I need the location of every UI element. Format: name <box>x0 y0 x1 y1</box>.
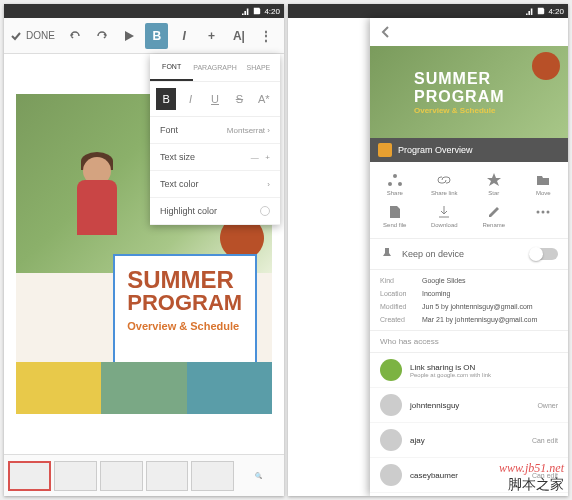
watermark-text: 脚本之家 <box>508 476 564 494</box>
slide-title-1: SUMMER <box>127 268 242 292</box>
textsize-row[interactable]: Text size— + <box>150 144 280 171</box>
svg-point-1 <box>542 211 545 214</box>
fmt-strike[interactable]: S <box>229 88 249 110</box>
avatar <box>380 429 402 451</box>
fmt-italic[interactable]: I <box>180 88 200 110</box>
format-panel: FONT PARAGRAPH SHAPE B I U S A* FontMont… <box>150 54 280 225</box>
slide-subtitle: Overview & Schedule <box>127 320 242 332</box>
move-button[interactable]: Move <box>519 168 569 200</box>
play-icon[interactable] <box>118 23 141 49</box>
bold-button[interactable]: B <box>145 23 168 49</box>
share-button[interactable]: Share <box>370 168 420 200</box>
actions-grid: Share Share link Star Move Send file Dow… <box>370 162 568 239</box>
access-header: Who has access <box>370 331 568 353</box>
selected-textbox[interactable]: SUMMER PROGRAM Overview & Schedule <box>113 254 256 369</box>
send-file-button[interactable]: Send file <box>370 200 420 232</box>
download-button[interactable]: Download <box>420 200 470 232</box>
rename-button[interactable]: Rename <box>469 200 519 232</box>
undo-icon[interactable] <box>63 23 86 49</box>
details-screen: GROW WIT 📙 Become a CSA Member p chool B… <box>288 4 568 496</box>
fmt-underline[interactable]: U <box>205 88 225 110</box>
slide-footer-bars <box>16 362 272 414</box>
details-drawer: SUMMER PROGRAM Overview & Schedule Progr… <box>370 18 568 496</box>
svg-point-2 <box>547 211 550 214</box>
italic-button[interactable]: I <box>172 23 195 49</box>
status-time: 4:20 <box>548 7 564 16</box>
badge-icon <box>532 52 560 80</box>
thumbnail-4[interactable] <box>146 461 189 491</box>
doc-title-row: Program Overview <box>370 138 568 162</box>
person-row[interactable]: johntennisguyOwner <box>370 388 568 423</box>
hero-subtitle: Overview & Schedule <box>414 106 505 115</box>
slides-icon <box>378 143 392 157</box>
link-sharing-row[interactable]: Link sharing is ONPeople at google.com w… <box>370 353 568 388</box>
keep-toggle[interactable] <box>530 248 558 260</box>
share-link-button[interactable]: Share link <box>420 168 470 200</box>
editor-toolbar: DONE B I + A| ⋮ <box>4 18 284 54</box>
thumbnail-5[interactable] <box>191 461 234 491</box>
person-row[interactable]: ajayCan edit <box>370 423 568 458</box>
done-button[interactable]: DONE <box>10 30 55 42</box>
more-icon[interactable]: ⋮ <box>255 23 278 49</box>
slide-thumbnails: 🔍 <box>4 454 284 496</box>
redo-icon[interactable] <box>90 23 113 49</box>
editor-screen: 4:20 DONE B I + A| ⋮ SUMMER PROGRAM Over… <box>4 4 284 496</box>
hero-title-1: SUMMER <box>414 70 505 88</box>
link-icon <box>380 359 402 381</box>
fmt-bold[interactable]: B <box>156 88 176 110</box>
keep-label: Keep on device <box>402 249 522 259</box>
doc-title: Program Overview <box>398 145 473 155</box>
pin-icon <box>380 247 394 261</box>
svg-point-0 <box>537 211 540 214</box>
more-button[interactable] <box>519 200 569 232</box>
fmt-color[interactable]: A* <box>254 88 274 110</box>
back-icon[interactable] <box>378 24 394 40</box>
avatar <box>380 464 402 486</box>
metadata-section: KindGoogle Slides LocationIncoming Modif… <box>370 270 568 331</box>
textcolor-row[interactable]: Text color› <box>150 171 280 198</box>
thumbnail-2[interactable] <box>54 461 97 491</box>
tab-shape[interactable]: SHAPE <box>237 54 280 81</box>
star-button[interactable]: Star <box>469 168 519 200</box>
zoom-icon[interactable]: 🔍 <box>237 461 280 491</box>
add-button[interactable]: + <box>200 23 223 49</box>
watermark-url: www.jb51.net <box>499 461 564 476</box>
thumbnail-1[interactable] <box>8 461 51 491</box>
format-button[interactable]: A| <box>227 23 250 49</box>
avatar <box>380 394 402 416</box>
tab-paragraph[interactable]: PARAGRAPH <box>193 54 236 81</box>
highlight-row[interactable]: Highlight color <box>150 198 280 225</box>
hero-title-2: PROGRAM <box>414 88 505 106</box>
keep-on-device-row: Keep on device <box>370 239 568 270</box>
doc-hero: SUMMER PROGRAM Overview & Schedule <box>370 46 568 138</box>
status-time: 4:20 <box>264 7 280 16</box>
thumbnail-3[interactable] <box>100 461 143 491</box>
statusbar: 4:20 <box>288 4 568 18</box>
font-row[interactable]: FontMontserrat › <box>150 117 280 144</box>
statusbar: 4:20 <box>4 4 284 18</box>
slide-title-2: PROGRAM <box>127 292 242 314</box>
tab-font[interactable]: FONT <box>150 54 193 81</box>
